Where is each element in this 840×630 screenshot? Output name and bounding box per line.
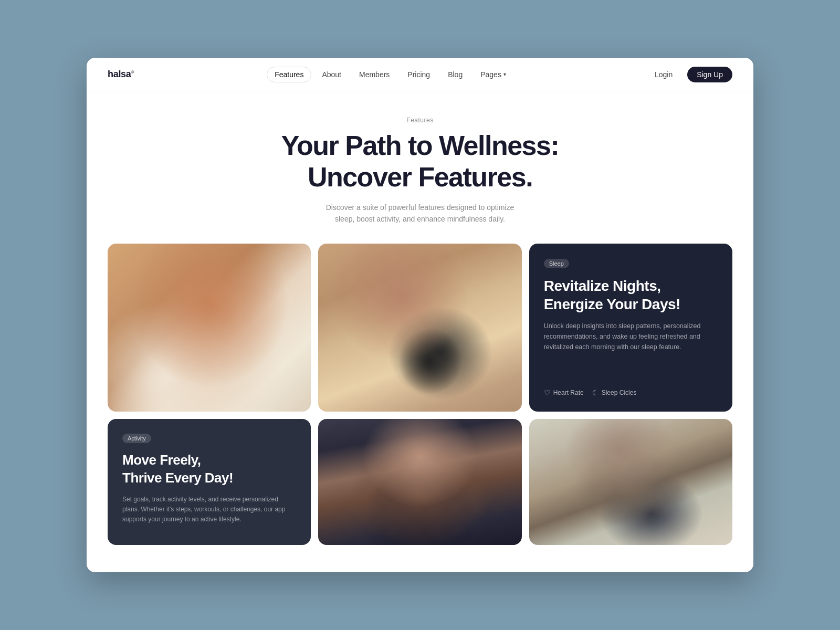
activity-card-title: Move Freely, Thrive Every Day! [122,452,296,487]
activity-badge: Activity [122,434,151,443]
card-phone-woman-image [318,244,521,412]
navbar: halsa® Features About Members Pricing Bl… [87,58,753,91]
nav-links: Features About Members Pricing Blog Page… [267,67,513,82]
features-grid: Sleep Revitalize Nights, Energize Your D… [87,244,753,572]
grid-row-top: Sleep Revitalize Nights, Energize Your D… [108,244,732,412]
sleep-badge: Sleep [544,259,569,268]
nav-features[interactable]: Features [267,67,311,82]
hero-section: Features Your Path to Wellness: Uncover … [87,91,753,244]
nav-pages[interactable]: Pages [473,67,513,82]
card-older-man-image [529,419,732,545]
sleep-card-tags: ♡ Heart Rate ☾ Sleep Cicles [544,388,718,397]
logo: halsa® [108,69,134,80]
hero-eyebrow: Features [108,117,732,124]
sleep-card-title: Revitalize Nights, Energize Your Days! [544,277,718,313]
card-activity-info: Activity Move Freely, Thrive Every Day! … [108,419,311,545]
browser-window: halsa® Features About Members Pricing Bl… [87,58,753,572]
grid-row-bottom: Activity Move Freely, Thrive Every Day! … [108,419,732,545]
signup-button[interactable]: Sign Up [687,67,732,82]
hero-title: Your Path to Wellness: Uncover Features. [108,130,732,193]
activity-card-description: Set goals, track activity levels, and re… [122,495,296,525]
nav-actions: Login Sign Up [646,67,732,82]
nav-pricing[interactable]: Pricing [400,67,437,82]
sleep-card-description: Unlock deep insights into sleep patterns… [544,321,718,352]
heart-rate-tag: ♡ Heart Rate [544,388,584,397]
card-sleep-info: Sleep Revitalize Nights, Energize Your D… [529,244,732,412]
hero-subtitle: Discover a suite of powerful features de… [326,202,514,225]
nav-members[interactable]: Members [352,67,397,82]
card-athlete-woman-image [318,419,521,545]
card-sleep-woman-image [108,244,311,412]
moon-icon: ☾ [592,388,599,397]
login-button[interactable]: Login [646,67,681,82]
heart-rate-label: Heart Rate [553,389,584,396]
heart-icon: ♡ [544,388,551,397]
nav-blog[interactable]: Blog [440,67,470,82]
nav-about[interactable]: About [314,67,349,82]
sleep-cycles-tag: ☾ Sleep Cicles [592,388,637,397]
sleep-cycles-label: Sleep Cicles [602,389,637,396]
